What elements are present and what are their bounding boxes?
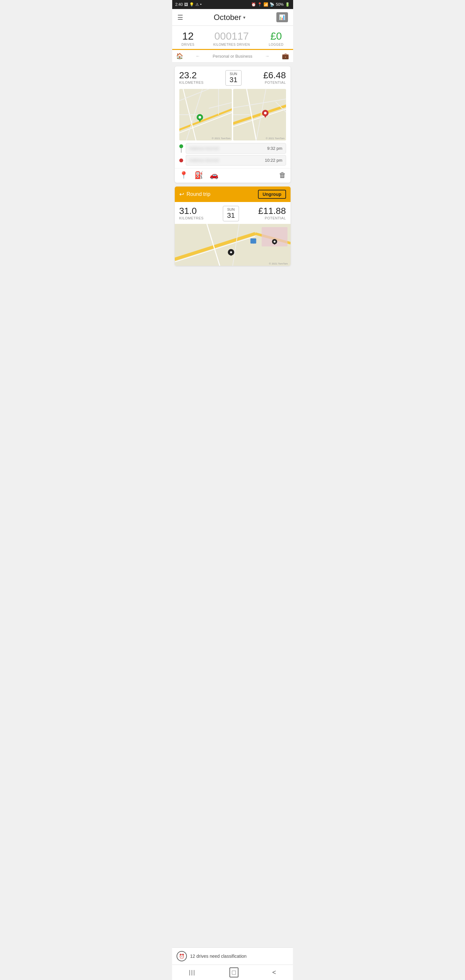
rt-map-copyright: © 2021 TomTom [269, 262, 288, 265]
start-address-box[interactable]: Address blurred 9:32 pm [186, 143, 286, 154]
drive-km-value: 23.2 [179, 70, 204, 81]
ungroup-button[interactable]: Ungroup [258, 190, 286, 199]
start-time: 9:32 pm [267, 146, 283, 151]
dot-icon: • [200, 2, 201, 7]
logged-stat: £0 LOGGED [268, 30, 283, 46]
drives-stat: 12 DRIVES [182, 30, 195, 46]
rt-potential-wrap: £11.88 POTENTIAL [258, 206, 286, 220]
rt-potential-value: £11.88 [258, 206, 286, 216]
hamburger-menu-icon[interactable]: ☰ [177, 14, 183, 21]
fuel-action-icon[interactable]: ⛽ [195, 171, 203, 180]
rt-day-name: SUN [227, 207, 235, 212]
start-map: © 2021 TomTom [179, 89, 232, 140]
potential-wrap: £6.48 POTENTIAL [263, 70, 286, 84]
personal-business-text: Personal or Business [213, 54, 252, 59]
potential-value: £6.48 [263, 70, 286, 81]
alarm-icon: ⏰ [251, 2, 256, 7]
round-trip-icon: ↩ [179, 191, 184, 198]
kilometres-value: 000117 [213, 30, 250, 42]
trash-action-icon[interactable]: 🗑 [279, 171, 286, 180]
start-address: Address blurred [189, 146, 219, 151]
car-action-icon[interactable]: 🚗 [209, 171, 218, 180]
round-trip-map: © 2021 TomTom [175, 224, 291, 266]
km-wrap: 23.2 KILOMETRES [179, 70, 204, 84]
drive-card: 23.2 KILOMETRES SUN 31 £6.48 POTENTIAL [175, 66, 291, 183]
route-info: Address blurred 9:32 pm Address blurred … [175, 143, 291, 168]
svg-point-11 [198, 116, 201, 119]
logged-value: £0 [268, 30, 283, 42]
stats-row: 12 DRIVES 000117 KILOMETRES DRIVEN £0 LO… [172, 26, 293, 50]
svg-point-22 [264, 112, 267, 115]
day-number: 31 [230, 76, 237, 84]
end-time: 10:22 pm [265, 158, 282, 163]
kilometres-label: KILOMETRES DRIVEN [213, 43, 250, 46]
round-trip-wrap: ↩ Round trip Ungroup 31.0 KILOMETRES SUN… [175, 186, 291, 266]
rt-day-number: 31 [227, 212, 235, 220]
battery-text: 50% [276, 2, 283, 7]
svg-point-35 [273, 241, 275, 243]
date-box: SUN 31 [225, 70, 241, 86]
drives-value: 12 [182, 30, 195, 42]
app-header: ☰ October ▾ 📊 [172, 9, 293, 26]
round-trip-card-body: 31.0 KILOMETRES SUN 31 £11.88 POTENTIAL [175, 202, 291, 266]
rt-km-value: 31.0 [179, 206, 204, 216]
round-trip-card-header: 31.0 KILOMETRES SUN 31 £11.88 POTENTIAL [179, 206, 286, 221]
bulb-icon: 💡 [189, 2, 194, 7]
map-container: © 2021 TomTom © 2021 [179, 89, 286, 140]
svg-point-32 [230, 251, 232, 253]
end-map: © 2021 TomTom [233, 89, 286, 140]
drive-card-header: 23.2 KILOMETRES SUN 31 £6.48 POTENTIAL [175, 66, 291, 87]
status-right: ⏰ 📍 📶 📡 50% 🔋 [251, 2, 289, 7]
warning-icon: ⚠ [195, 2, 199, 7]
header-title-area[interactable]: October ▾ [214, 13, 245, 22]
right-arrow-icon: → [265, 54, 269, 59]
drive-km-label: KILOMETRES [179, 81, 204, 84]
map-copyright-end: © 2021 TomTom [266, 137, 284, 140]
logged-label: LOGGED [268, 43, 283, 46]
status-left: 2:40 🖼 💡 ⚠ • [176, 2, 202, 7]
kilometres-stat: 000117 KILOMETRES DRIVEN [213, 30, 250, 46]
status-bar: 2:40 🖼 💡 ⚠ • ⏰ 📍 📶 📡 50% 🔋 [172, 0, 293, 9]
chart-icon: 📊 [279, 14, 285, 20]
action-row: 📍 ⛽ 🚗 🗑 [175, 168, 291, 183]
location-action-icon[interactable]: 📍 [179, 171, 188, 180]
round-trip-header: ↩ Round trip Ungroup [175, 186, 291, 202]
dropdown-arrow-icon[interactable]: ▾ [243, 15, 245, 20]
location-icon: 📍 [257, 2, 262, 7]
end-dot [179, 159, 183, 162]
briefcase-icon: 💼 [282, 52, 289, 60]
day-name: SUN [230, 72, 237, 76]
end-address-box[interactable]: Address blurred 10:22 pm [186, 155, 286, 165]
drives-label: DRIVES [182, 43, 195, 46]
map-copyright-start: © 2021 TomTom [212, 137, 230, 140]
potential-label: POTENTIAL [263, 81, 286, 84]
end-address: Address blurred [189, 158, 219, 163]
rt-km-label: KILOMETRES [179, 216, 204, 220]
status-time: 2:40 [176, 2, 183, 7]
scrollable-content: 12 DRIVES 000117 KILOMETRES DRIVEN £0 LO… [172, 26, 293, 302]
rt-potential-label: POTENTIAL [258, 216, 286, 220]
left-arrow-icon: ← [196, 54, 200, 59]
round-trip-label: Round trip [187, 191, 211, 197]
battery-icon: 🔋 [285, 2, 290, 7]
rt-km-wrap: 31.0 KILOMETRES [179, 206, 204, 220]
connector-line [181, 148, 182, 153]
photo-icon: 🖼 [184, 2, 188, 7]
home-icon: 🏠 [176, 52, 183, 60]
start-dot [179, 144, 183, 148]
month-title: October [214, 13, 241, 22]
wifi-icon: 📶 [264, 2, 268, 7]
round-trip-label-wrap: ↩ Round trip [179, 191, 211, 198]
personal-business-bar[interactable]: 🏠 ← Personal or Business → 💼 [172, 50, 293, 62]
signal-icon: 📡 [270, 2, 275, 7]
chart-button[interactable]: 📊 [276, 12, 288, 22]
rt-date-box: SUN 31 [223, 206, 239, 221]
